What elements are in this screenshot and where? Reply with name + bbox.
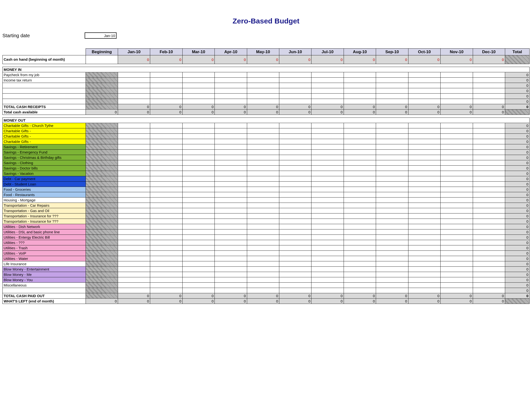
- cell-month[interactable]: [247, 83, 279, 88]
- cell-month[interactable]: [312, 176, 344, 182]
- cell-month[interactable]: [215, 155, 247, 160]
- cell-month[interactable]: [279, 182, 312, 187]
- cell-month[interactable]: [408, 224, 440, 229]
- cell-month[interactable]: [279, 192, 312, 197]
- cell-month[interactable]: [247, 214, 279, 219]
- cell-month[interactable]: [247, 155, 279, 160]
- cell-month[interactable]: [182, 83, 215, 88]
- cell-total[interactable]: 0: [505, 229, 529, 235]
- cell-month[interactable]: [473, 277, 505, 283]
- cell-month[interactable]: [344, 93, 376, 99]
- cell-month[interactable]: [247, 261, 279, 267]
- cell-month[interactable]: [441, 166, 473, 171]
- cell-month[interactable]: [182, 224, 215, 229]
- cell-beginning[interactable]: [86, 283, 118, 288]
- cell-month[interactable]: [441, 219, 473, 224]
- cell-beginning[interactable]: [86, 214, 118, 219]
- cell-month[interactable]: [441, 229, 473, 235]
- cell-month[interactable]: [441, 93, 473, 99]
- cell-month[interactable]: [441, 78, 473, 83]
- cell-month[interactable]: [344, 192, 376, 197]
- cell-beginning[interactable]: [86, 78, 118, 83]
- cell-month[interactable]: [118, 192, 150, 197]
- cell-month[interactable]: [344, 224, 376, 229]
- money-out-item-label[interactable]: Food - Groceries: [3, 187, 86, 192]
- cell-month[interactable]: 0: [182, 299, 215, 304]
- cell-month[interactable]: [118, 134, 150, 139]
- cell-month[interactable]: [182, 192, 215, 197]
- cell-month[interactable]: [376, 182, 408, 187]
- cell-month[interactable]: [150, 155, 182, 160]
- cell-month[interactable]: [182, 182, 215, 187]
- cell-month[interactable]: [376, 214, 408, 219]
- cell-month[interactable]: [279, 235, 312, 240]
- cell-month[interactable]: [279, 78, 312, 83]
- cell-month[interactable]: [215, 240, 247, 245]
- money-out-item-label[interactable]: Transportation - Gas and Oil: [3, 208, 86, 214]
- cell-month[interactable]: 0: [182, 110, 215, 115]
- cell-month[interactable]: [376, 144, 408, 150]
- cell-month[interactable]: [408, 267, 440, 272]
- cell-month[interactable]: [312, 88, 344, 93]
- cell-month[interactable]: [312, 261, 344, 267]
- cell-month[interactable]: [473, 208, 505, 214]
- cell-month[interactable]: [215, 150, 247, 155]
- cell-month[interactable]: [150, 160, 182, 166]
- cell-month[interactable]: [118, 219, 150, 224]
- cell-month[interactable]: [279, 123, 312, 128]
- cell-month[interactable]: [473, 72, 505, 78]
- cell-month[interactable]: [118, 187, 150, 192]
- cell-month[interactable]: [441, 272, 473, 277]
- cell-month[interactable]: [118, 88, 150, 93]
- money-out-item-label[interactable]: Debt - Car payment: [3, 176, 86, 182]
- cell-month[interactable]: [247, 219, 279, 224]
- cell-month[interactable]: [182, 203, 215, 208]
- cell-month[interactable]: [215, 229, 247, 235]
- cell-month[interactable]: [215, 187, 247, 192]
- cell-month[interactable]: [247, 150, 279, 155]
- cell-month[interactable]: [279, 72, 312, 78]
- cell-month[interactable]: [279, 144, 312, 150]
- money-out-item-label[interactable]: Utilities - Entergy Electric Bill: [3, 235, 86, 240]
- cell-month[interactable]: [312, 208, 344, 214]
- cell-month[interactable]: 0: [247, 293, 279, 299]
- cell-month[interactable]: 0: [279, 293, 312, 299]
- cell-month[interactable]: [441, 192, 473, 197]
- cell-month[interactable]: [376, 245, 408, 251]
- cell-month[interactable]: [118, 99, 150, 104]
- cell-month[interactable]: [182, 251, 215, 256]
- money-out-item-label[interactable]: Blow Money - Entertainment: [3, 267, 86, 272]
- money-out-item-label[interactable]: Life Insurance: [3, 261, 86, 267]
- money-out-item-label[interactable]: Transportation - Insurance for ???: [3, 219, 86, 224]
- cell-total[interactable]: 0: [505, 88, 529, 93]
- cell-month[interactable]: 0: [344, 55, 376, 64]
- cell-month[interactable]: 0: [118, 55, 150, 64]
- cell-month[interactable]: 0: [376, 55, 408, 64]
- cell-month[interactable]: [118, 166, 150, 171]
- money-out-item-label[interactable]: Savings - Doctor bills: [3, 166, 86, 171]
- cell-month[interactable]: [182, 267, 215, 272]
- cell-month[interactable]: [344, 197, 376, 203]
- cell-month[interactable]: [118, 240, 150, 245]
- cell-month[interactable]: [441, 251, 473, 256]
- cell-total[interactable]: 0: [505, 208, 529, 214]
- cell-month[interactable]: [344, 214, 376, 219]
- cell-month[interactable]: [408, 83, 440, 88]
- cell-month[interactable]: 0: [150, 299, 182, 304]
- cell-month[interactable]: [150, 245, 182, 251]
- cell-total[interactable]: 0: [505, 197, 529, 203]
- cell-month[interactable]: [473, 203, 505, 208]
- cell-month[interactable]: 0: [408, 299, 440, 304]
- cell-month[interactable]: [376, 150, 408, 155]
- cell-month[interactable]: [376, 224, 408, 229]
- cell-month[interactable]: [376, 72, 408, 78]
- cell-month[interactable]: [376, 197, 408, 203]
- cell-month[interactable]: 0: [473, 110, 505, 115]
- cell-month[interactable]: [279, 214, 312, 219]
- cell-month[interactable]: [215, 93, 247, 99]
- cell-month[interactable]: [215, 256, 247, 261]
- money-out-item-label[interactable]: Savings - Emergency Fund: [3, 150, 86, 155]
- cell-total[interactable]: 0: [505, 160, 529, 166]
- cell-month[interactable]: [376, 99, 408, 104]
- cell-total[interactable]: 0: [505, 99, 529, 104]
